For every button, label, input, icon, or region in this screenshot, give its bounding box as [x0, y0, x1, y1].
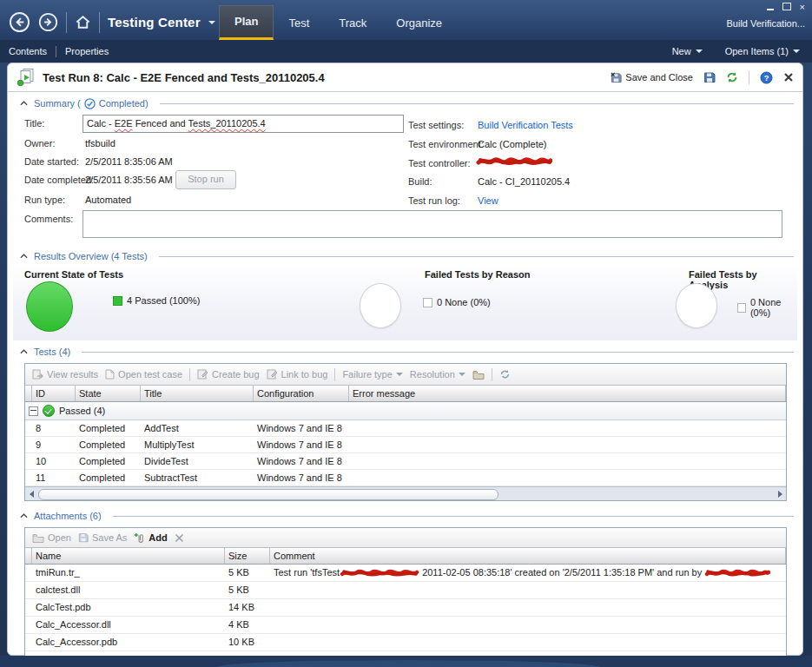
- page-title: Test Run 8: Calc - E2E Fenced and Tests_…: [43, 71, 325, 84]
- save-as-button[interactable]: Save As: [78, 532, 127, 543]
- column-title[interactable]: Title: [141, 386, 254, 401]
- collapse-chevron-icon: [20, 349, 28, 354]
- open-test-case-button[interactable]: Open test case: [105, 369, 182, 380]
- owner-label: Owner:: [24, 138, 55, 149]
- minimize-icon[interactable]: [767, 3, 774, 11]
- main-tabs: Plan Test Track Organize: [219, 0, 457, 40]
- attachments-heading: Attachments (6): [34, 511, 102, 521]
- list-item[interactable]: calctest.dll 5 KB: [25, 582, 786, 599]
- tab-plan[interactable]: Plan: [219, 5, 274, 40]
- subnav-item-properties[interactable]: Properties: [65, 46, 109, 56]
- column-id[interactable]: ID: [32, 386, 76, 401]
- window-bottom-edge: [0, 656, 812, 667]
- column-comment[interactable]: Comment: [270, 548, 786, 564]
- new-menu[interactable]: New: [672, 46, 703, 56]
- help-icon[interactable]: ?: [760, 71, 773, 84]
- chart-title-current-state: Current State of Tests: [24, 269, 123, 280]
- scrollbar-thumb[interactable]: [38, 489, 498, 500]
- redaction-scribble: [340, 568, 419, 578]
- open-attachment-button[interactable]: Open: [32, 532, 71, 543]
- center-switcher[interactable]: Testing Center: [108, 15, 201, 30]
- divider: [749, 70, 749, 84]
- summary-form: Title: Calc - E2E Fenced and Tests_20110…: [8, 113, 802, 245]
- rerun-icon[interactable]: [499, 369, 511, 380]
- delete-attachment-icon[interactable]: [175, 533, 184, 543]
- maximize-icon[interactable]: [782, 3, 791, 11]
- table-row[interactable]: 11 Completed SubtractTest Windows 7 and …: [25, 470, 786, 486]
- link-to-bug-icon: [267, 369, 278, 380]
- passed-group-row[interactable]: Passed (4): [25, 402, 786, 420]
- attachments-section-header[interactable]: Attachments (6): [13, 506, 797, 525]
- summary-section-header[interactable]: Summary ( Completed): [13, 94, 797, 113]
- home-icon[interactable]: [75, 14, 91, 30]
- save-and-close-button[interactable]: Save and Close: [611, 72, 693, 83]
- column-configuration[interactable]: Configuration: [254, 386, 349, 401]
- build-label: Build:: [408, 176, 432, 187]
- divider: [82, 352, 794, 353]
- redaction-scribble: [704, 568, 770, 578]
- collapse-chevron-icon: [20, 513, 28, 518]
- collapse-chevron-icon: [20, 254, 28, 259]
- refresh-icon[interactable]: [726, 71, 738, 83]
- view-results-icon: [32, 369, 43, 380]
- save-icon[interactable]: [703, 71, 716, 83]
- tab-organize[interactable]: Organize: [381, 7, 457, 40]
- test-environment-value: Calc (Complete): [478, 139, 546, 149]
- tests-table-box: View results Open test case Create bug L…: [24, 363, 787, 501]
- pie-failed-analysis: [676, 283, 717, 328]
- link-to-bug-button[interactable]: Link to bug: [267, 369, 328, 380]
- column-error-message[interactable]: Error message: [349, 386, 786, 401]
- divider: [99, 12, 100, 33]
- back-icon[interactable]: [9, 11, 30, 33]
- create-bug-button[interactable]: Create bug: [197, 369, 259, 380]
- failure-type-dropdown[interactable]: Failure type: [342, 369, 402, 380]
- resolution-dropdown[interactable]: Resolution: [410, 369, 465, 380]
- scroll-right-arrow[interactable]: [774, 487, 786, 500]
- chevron-down-icon[interactable]: [208, 21, 215, 24]
- view-results-button[interactable]: View results: [32, 369, 98, 380]
- title-label: Title:: [24, 118, 44, 129]
- open-test-case-icon: [105, 369, 115, 380]
- collapse-group-icon[interactable]: [29, 406, 38, 416]
- table-row[interactable]: 9 Completed MultiplyTest Windows 7 and I…: [25, 437, 786, 453]
- horizontal-scrollbar[interactable]: [25, 486, 786, 500]
- list-item[interactable]: Calc_Accessor.pdb 10 KB: [25, 634, 786, 651]
- stop-run-button[interactable]: Stop run: [175, 170, 236, 189]
- legend-swatch-empty: [737, 303, 746, 313]
- tab-track[interactable]: Track: [324, 7, 381, 40]
- close-icon[interactable]: ×: [800, 3, 805, 11]
- subnav-item-contents[interactable]: Contents: [9, 46, 47, 56]
- chevron-down-icon: [793, 50, 800, 53]
- summary-heading-status: Completed): [99, 98, 149, 109]
- column-size[interactable]: Size: [225, 548, 270, 564]
- test-settings-link[interactable]: Build Verification Tests: [478, 120, 573, 130]
- list-item[interactable]: Calc_Accessor.dll 4 KB: [25, 617, 786, 634]
- table-row[interactable]: 8 Completed AddTest Windows 7 and IE 8: [25, 420, 786, 437]
- tests-section-header[interactable]: Tests (4): [13, 342, 797, 361]
- column-state[interactable]: State: [76, 386, 141, 401]
- comments-input[interactable]: [83, 210, 782, 238]
- forward-icon[interactable]: [38, 12, 58, 32]
- test-run-icon: [17, 68, 36, 87]
- close-panel-icon[interactable]: [783, 72, 794, 83]
- open-items-menu[interactable]: Open Items (1): [725, 46, 800, 56]
- chevron-down-icon: [396, 373, 403, 376]
- legend-swatch-empty: [423, 298, 432, 307]
- list-item[interactable]: tmiRun.tr_ 5 KB Test run 'tfsTest 2011-0…: [25, 565, 786, 582]
- scroll-left-arrow[interactable]: [25, 487, 37, 500]
- test-run-log-link[interactable]: View: [478, 195, 498, 206]
- list-item[interactable]: CalcTest.pdb 14 KB: [25, 599, 786, 617]
- collapse-chevron-icon: [20, 101, 28, 106]
- results-charts: Current State of Tests 4 Passed (100%) F…: [13, 266, 797, 340]
- results-overview-section-header[interactable]: Results Overview (4 Tests): [13, 247, 797, 266]
- tests-heading: Tests (4): [34, 347, 70, 357]
- table-row[interactable]: 10 Completed DivideTest Windows 7 and IE…: [25, 453, 786, 470]
- column-name[interactable]: Name: [32, 548, 225, 564]
- divider: [113, 516, 794, 517]
- test-environment-label: Test environment:: [408, 139, 484, 149]
- date-completed-label: Date completed:: [24, 175, 94, 185]
- add-attachment-button[interactable]: Add: [134, 532, 167, 544]
- tab-test[interactable]: Test: [274, 7, 324, 40]
- folder-icon[interactable]: [472, 370, 485, 380]
- title-input[interactable]: Calc - E2E Fenced and Tests_20110205.4: [83, 115, 404, 133]
